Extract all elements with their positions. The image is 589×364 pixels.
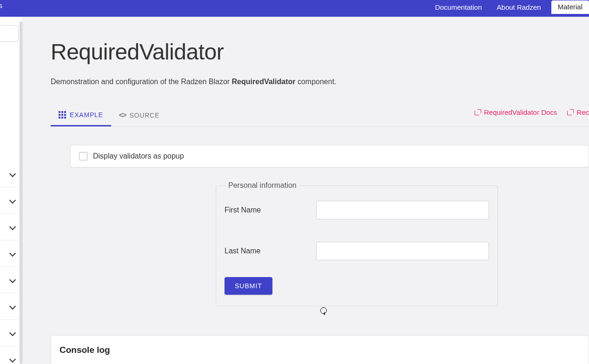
external-link-icon bbox=[475, 109, 481, 116]
tabs: EXAMPLE <> SOURCE RequiredValidator Docs… bbox=[51, 105, 589, 126]
external-link-icon bbox=[567, 109, 574, 116]
desc-prefix: Demonstration and configuration of the R… bbox=[51, 78, 232, 86]
nav-documentation[interactable]: Documentation bbox=[428, 0, 490, 14]
sidebar-item[interactable] bbox=[0, 267, 19, 293]
popup-toggle-card: Display validators as popup bbox=[70, 145, 589, 167]
sidebar-item[interactable] bbox=[0, 187, 19, 214]
docs-link-2-label: Rec bbox=[576, 108, 589, 116]
sidebar bbox=[0, 17, 23, 364]
main-content: RequiredValidator Demonstration and conf… bbox=[23, 17, 589, 364]
console-log-card: Console log bbox=[51, 335, 589, 364]
chevron-down-icon bbox=[9, 197, 16, 204]
submit-button[interactable]: SUBMIT bbox=[225, 277, 272, 295]
last-name-label: Last Name bbox=[225, 247, 316, 255]
popup-checkbox-label: Display validators as popup bbox=[93, 152, 184, 160]
first-name-label: First Name bbox=[225, 206, 316, 214]
sidebar-scrollbar[interactable] bbox=[20, 21, 22, 364]
sidebar-item[interactable] bbox=[0, 161, 19, 187]
tab-example[interactable]: EXAMPLE bbox=[51, 105, 111, 126]
page-title: RequiredValidator bbox=[51, 39, 589, 65]
sidebar-item[interactable] bbox=[0, 293, 19, 320]
chevron-down-icon bbox=[9, 250, 16, 257]
docs-link[interactable]: RequiredValidator Docs bbox=[475, 108, 557, 116]
console-title: Console log bbox=[60, 345, 580, 355]
cursor-icon bbox=[320, 307, 329, 316]
chevron-down-icon bbox=[9, 356, 16, 363]
doc-links: RequiredValidator Docs Rec bbox=[475, 108, 589, 116]
tab-source[interactable]: <> SOURCE bbox=[111, 105, 167, 126]
personal-info-fieldset: Personal information First Name Last Nam… bbox=[216, 181, 498, 306]
grid-icon bbox=[59, 111, 66, 119]
sidebar-item[interactable] bbox=[0, 346, 19, 364]
chevron-down-icon bbox=[9, 171, 16, 177]
chevron-down-icon bbox=[9, 330, 16, 336]
popup-checkbox[interactable] bbox=[79, 152, 87, 160]
desc-suffix: component. bbox=[295, 78, 336, 86]
topbar-left-fragment: nts bbox=[0, 1, 2, 9]
topbar-right: Documentation About Radzen Material bbox=[428, 0, 589, 14]
fieldset-legend: Personal information bbox=[225, 181, 299, 190]
theme-selector[interactable]: Material bbox=[551, 0, 589, 14]
tab-source-label: SOURCE bbox=[129, 112, 159, 119]
chevron-down-icon bbox=[9, 224, 16, 230]
chevron-down-icon bbox=[9, 277, 16, 283]
topbar: nts Documentation About Radzen Material bbox=[0, 0, 589, 17]
chevron-down-icon bbox=[9, 303, 16, 310]
sidebar-search-input[interactable] bbox=[0, 25, 19, 42]
last-name-input[interactable] bbox=[316, 242, 489, 260]
sidebar-item[interactable] bbox=[0, 240, 19, 267]
code-icon: <> bbox=[119, 111, 126, 119]
tab-example-label: EXAMPLE bbox=[70, 111, 103, 119]
sidebar-item[interactable] bbox=[0, 214, 19, 240]
nav-about[interactable]: About Radzen bbox=[490, 0, 549, 14]
first-name-input[interactable] bbox=[316, 201, 489, 219]
docs-link-2[interactable]: Rec bbox=[567, 108, 589, 116]
page-description: Demonstration and configuration of the R… bbox=[51, 78, 589, 86]
sidebar-item[interactable] bbox=[0, 320, 19, 346]
desc-strong: RequiredValidator bbox=[232, 78, 296, 86]
docs-link-label: RequiredValidator Docs bbox=[484, 108, 557, 116]
